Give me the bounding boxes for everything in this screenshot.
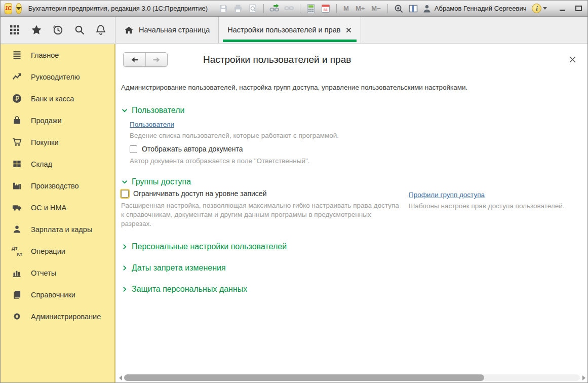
- back-button[interactable]: [124, 53, 145, 66]
- content-header: Настройки пользователей и прав: [116, 44, 587, 68]
- section-users: Пользователи Пользователи Ведение списка…: [121, 106, 579, 165]
- window-title: Бухгалтерия предприятия, редакция 3.0 (1…: [28, 5, 208, 12]
- section-access-groups: Группы доступа Ограничивать доступ на ур…: [121, 177, 579, 228]
- current-user[interactable]: Абрамов Геннадий Сергеевич: [422, 4, 527, 14]
- access-groups-left-column: Ограничивать доступ на уровне записей Ра…: [121, 189, 402, 228]
- restrict-access-checkbox[interactable]: [121, 190, 129, 198]
- collapsed-sections: Персональные настройки пользователей Дат…: [121, 242, 579, 294]
- page-description: Администрирование пользователей, настрой…: [121, 84, 579, 91]
- show-author-label: Отображать автора документа: [142, 145, 243, 153]
- sidebar-item-label: Покупки: [31, 138, 59, 146]
- split-window-icon[interactable]: [408, 4, 418, 14]
- tab-home[interactable]: Начальная страница: [115, 17, 219, 43]
- go-to-link-icon[interactable]: [269, 4, 280, 14]
- sidebar-item-operacii[interactable]: ДтКтОперации: [1, 240, 114, 262]
- section-access-groups-title: Группы доступа: [132, 177, 191, 186]
- access-group-profiles-link[interactable]: Профили групп доступа: [409, 191, 485, 199]
- sidebar-item-prodazhi[interactable]: Продажи: [1, 109, 114, 131]
- ruble-icon: [12, 93, 22, 104]
- sidebar-item-label: ОС и НМА: [31, 204, 66, 212]
- sidebar-item-sklad[interactable]: Склад: [1, 153, 114, 175]
- maximize-icon: [575, 6, 582, 11]
- warehouse-icon: [12, 159, 22, 169]
- sidebar-item-spravochniki[interactable]: Справочники: [1, 284, 114, 305]
- save-icon[interactable]: [218, 4, 228, 14]
- scrollbar-thumb[interactable]: [124, 374, 484, 381]
- sidebar-item-os-i-nma[interactable]: ОС и НМА: [1, 197, 114, 218]
- show-author-checkbox[interactable]: [130, 145, 137, 153]
- close-icon: [346, 27, 351, 33]
- memory-minus-button[interactable]: M−: [370, 5, 381, 12]
- truck-icon: [12, 202, 22, 213]
- get-link-icon[interactable]: [284, 4, 294, 14]
- section-access-groups-header[interactable]: Группы доступа: [121, 177, 579, 186]
- scroll-left-arrow[interactable]: [118, 375, 123, 380]
- chevron-right-icon: [121, 264, 128, 272]
- memory-recall-button[interactable]: M: [342, 5, 350, 12]
- toolbar-separator: [300, 4, 300, 13]
- toolbar-separator: [387, 4, 388, 13]
- main-menu-button[interactable]: [16, 3, 22, 14]
- sidebar-item-zarplata-i-kadry[interactable]: Зарплата и кадры: [1, 218, 114, 240]
- chevron-down-icon: [121, 107, 128, 114]
- toolbar-separator: [336, 4, 337, 13]
- chevron-right-icon: [121, 286, 128, 293]
- print-icon[interactable]: [233, 4, 243, 14]
- restrict-access-label: Ограничивать доступ на уровне записей: [133, 189, 266, 198]
- users-link-description: Ведение списка пользователей, которые ра…: [130, 132, 579, 139]
- close-icon: [569, 56, 576, 63]
- titlebar: 1С Бухгалтерия предприятия, редакция 3.0…: [1, 1, 587, 17]
- section-restriction-dates-header[interactable]: Даты запрета изменения: [121, 263, 579, 273]
- favorites-star-icon[interactable]: [30, 24, 43, 36]
- chevron-down-icon: [543, 7, 547, 10]
- section-personal-settings-header[interactable]: Персональные настройки пользователей: [121, 242, 579, 251]
- forward-button[interactable]: [145, 53, 167, 66]
- sidebar-item-label: Администрирование: [31, 313, 101, 321]
- calculator-icon[interactable]: [306, 4, 316, 14]
- close-form-button[interactable]: [569, 56, 576, 63]
- scroll-right-arrow[interactable]: [581, 375, 586, 380]
- zoom-in-icon[interactable]: [394, 4, 404, 14]
- panel-toolbar: [1, 17, 115, 43]
- minimize-button[interactable]: [558, 5, 567, 13]
- calendar-icon[interactable]: 31: [321, 4, 331, 14]
- triangle-left-icon: [119, 375, 122, 380]
- svg-text:31: 31: [324, 7, 328, 12]
- maximize-button[interactable]: [574, 5, 583, 13]
- tab-close-button[interactable]: [345, 27, 352, 33]
- sidebar-item-label: Отчеты: [31, 269, 56, 277]
- app-logo-text: 1С: [5, 6, 12, 11]
- section-personal-data-protection-header[interactable]: Защита персональных данных: [121, 285, 579, 294]
- restrict-access-description: Расширенная настройка, позволяющая макси…: [121, 201, 402, 228]
- horizontal-scrollbar[interactable]: [118, 374, 586, 381]
- service-menu-icon[interactable]: [9, 24, 21, 36]
- section-restriction-dates-title: Даты запрета изменения: [132, 263, 226, 273]
- sidebar-item-label: Банк и касса: [31, 95, 74, 103]
- info-button[interactable]: i: [532, 4, 547, 13]
- history-icon[interactable]: [52, 24, 64, 36]
- sidebar-item-bank-i-kassa[interactable]: Банк и касса: [1, 88, 114, 109]
- sidebar-item-otchety[interactable]: Отчеты: [1, 262, 114, 284]
- sidebar-item-label: Склад: [31, 160, 52, 168]
- search-icon[interactable]: [73, 24, 86, 36]
- sidebar-item-label: Продажи: [31, 117, 62, 125]
- tab-user-rights-settings[interactable]: Настройки пользователей и прав: [219, 17, 361, 43]
- print-preview-icon[interactable]: [248, 4, 258, 14]
- dtkt-icon: ДтКт: [12, 246, 22, 256]
- sidebar-item-label: Операции: [31, 247, 65, 255]
- notifications-bell-icon[interactable]: [95, 24, 107, 36]
- sidebar-item-pokupki[interactable]: Покупки: [1, 131, 114, 153]
- sidebar-item-glavnoe[interactable]: Главное: [1, 44, 114, 66]
- scrollbar-track[interactable]: [124, 374, 580, 381]
- users-link[interactable]: Пользователи: [130, 121, 174, 128]
- sidebar-item-administrirovanie[interactable]: Администрирование: [1, 305, 114, 327]
- memory-plus-button[interactable]: M+: [355, 5, 366, 12]
- tabbar: Начальная страница Настройки пользовател…: [1, 17, 587, 44]
- sidebar-item-proizvodstvo[interactable]: Производство: [1, 175, 114, 197]
- section-users-header[interactable]: Пользователи: [121, 106, 579, 115]
- trend-icon: [12, 71, 22, 82]
- app-logo[interactable]: 1С: [5, 3, 12, 14]
- titlebar-toolbar: 31 M M+ M−: [218, 4, 418, 14]
- sidebar-item-rukovoditelyu[interactable]: Руководителю: [1, 66, 114, 88]
- home-icon: [124, 25, 134, 35]
